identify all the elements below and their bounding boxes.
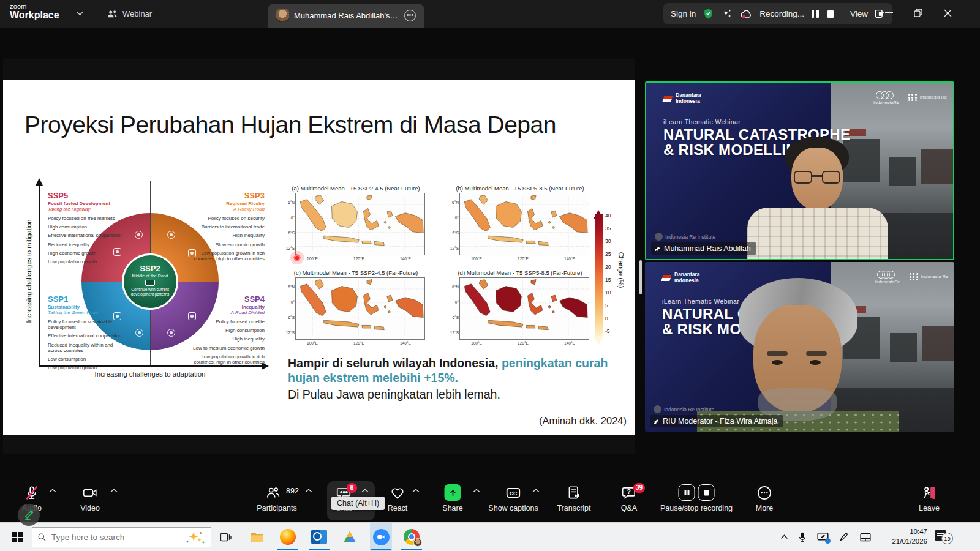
- more-label: More: [745, 504, 784, 512]
- task-view-button[interactable]: [216, 523, 235, 551]
- danantara-flag-icon: [662, 96, 673, 102]
- participants-button[interactable]: Participants: [249, 479, 305, 522]
- transcript-button[interactable]: Transcript: [546, 479, 601, 522]
- captions-label: Show captions: [480, 504, 547, 512]
- react-chevron-icon[interactable]: [412, 489, 420, 493]
- ssp5-item: Effective international cooperation: [48, 233, 129, 238]
- leave-door-icon: [921, 485, 937, 501]
- tab-more-icon[interactable]: •••: [404, 10, 416, 21]
- dots-grid-icon: [908, 94, 918, 101]
- video-watermark: Indonesia Re Institute: [655, 233, 715, 241]
- pin-icon: [654, 246, 661, 252]
- video-panel-speaker[interactable]: DanantaraIndonesia IndonesiaRe Indonesia…: [645, 81, 954, 260]
- zoom-workplace-logo[interactable]: zoom Workplace: [10, 3, 59, 21]
- copilot-sparkle-icon[interactable]: [185, 530, 206, 545]
- map-plot-a: 6°N 0° 6°S 12°S 100°E 120°E 140°E: [295, 193, 425, 255]
- security-shield-icon[interactable]: [703, 8, 714, 20]
- tab-screen-share[interactable]: Muhammad Rais Abdillah's screen •••: [268, 4, 424, 28]
- tray-touchpad-icon[interactable]: [856, 523, 875, 551]
- svg-text:CC: CC: [510, 490, 518, 497]
- map-plot-d: 6°N 0° 6°S 12°S 100°E 120°E 140°E: [459, 277, 589, 340]
- taskbar-search[interactable]: [32, 527, 211, 547]
- minimize-button[interactable]: [875, 0, 903, 26]
- tray-mic-icon[interactable]: [794, 523, 811, 551]
- name-tag: RIU Moderator - Fiza Wira Atmaja: [650, 415, 783, 427]
- colorbar-tick: 0: [605, 315, 620, 321]
- tray-chevron-icon[interactable]: [775, 523, 793, 551]
- ssp3-subtitle: Regional Rivalry: [184, 201, 265, 206]
- sign-in-button[interactable]: Sign in: [671, 9, 696, 18]
- windows-logo-icon: [12, 532, 23, 542]
- start-button[interactable]: [5, 523, 29, 551]
- ssp1-item: Policy focused on sustainable developmen…: [48, 319, 129, 330]
- map-panel-a: (a) Multimodel Mean - T5 SSP2-4.5 (Near-…: [285, 185, 426, 255]
- tray-pen-icon[interactable]: [835, 523, 853, 551]
- video-strip-scrollbar[interactable]: [639, 260, 642, 294]
- taskbar-clock[interactable]: 10:47 21/01/2026: [881, 523, 927, 551]
- webinar-eyebrow: iLearn Thematic Webinar: [663, 118, 741, 126]
- search-icon: [37, 533, 47, 542]
- audio-chevron-icon[interactable]: [49, 489, 56, 493]
- share-button[interactable]: Share: [433, 479, 472, 522]
- close-button[interactable]: [933, 0, 962, 26]
- lat-tick: 6°S: [450, 315, 459, 320]
- danantara-flag-icon: [661, 275, 671, 281]
- map-title-d: (d) Multimodel Mean - T5 SSP5-8.5 (Far-F…: [450, 269, 590, 276]
- lat-tick: 6°N: [450, 285, 459, 289]
- workspace-dropdown-chevron-icon[interactable]: [76, 11, 84, 16]
- video-chevron-icon[interactable]: [110, 489, 118, 493]
- outlook-icon[interactable]: [309, 523, 329, 551]
- quadrant-icon: [135, 231, 143, 239]
- titlebar: zoom Workplace Webinar Muhammad Rais Abd…: [0, 0, 980, 28]
- file-explorer-icon[interactable]: [247, 523, 267, 551]
- view-button[interactable]: View: [850, 9, 868, 18]
- chrome-icon[interactable]: [402, 523, 421, 551]
- pause-recording-toolbar-button[interactable]: [679, 484, 695, 501]
- watermark-text: Indonesia Re Institute: [664, 407, 714, 413]
- ssp5-item: High economic growth: [48, 250, 129, 256]
- danantara-logo: DanantaraIndonesia: [662, 272, 700, 284]
- lat-tick: 0°: [285, 216, 295, 220]
- captions-button[interactable]: CC Show captions: [480, 479, 547, 522]
- chat-chevron-icon[interactable]: [361, 489, 369, 493]
- laser-pointer-dot: [289, 250, 305, 266]
- stop-recording-button[interactable]: [826, 10, 835, 18]
- tab-avatar: [276, 9, 289, 22]
- tab-webinar[interactable]: Webinar: [98, 0, 160, 28]
- colorbar-tick: 30: [605, 238, 620, 244]
- tab-webinar-label: Webinar: [123, 9, 152, 18]
- ssp5-item: Low population growth: [48, 259, 129, 264]
- video-button[interactable]: Video: [70, 479, 110, 522]
- ssp4-tagline: A Road Divided: [184, 310, 265, 315]
- watermark-avatar: [655, 233, 663, 241]
- annotation-button[interactable]: [18, 504, 40, 526]
- pause-recording-button[interactable]: [811, 9, 820, 18]
- participants-icon: [265, 485, 281, 501]
- clock-date: 21/01/2026: [892, 537, 927, 547]
- stop-recording-toolbar-button[interactable]: [698, 484, 715, 501]
- lat-tick: 12°S: [450, 331, 459, 335]
- ssp1-item: Reduced inequality within and across cou…: [48, 342, 129, 353]
- participants-chevron-icon[interactable]: [305, 489, 312, 493]
- captions-chevron-icon[interactable]: [532, 489, 540, 493]
- zoom-app-icon[interactable]: [370, 523, 392, 551]
- maximize-button[interactable]: [904, 0, 932, 26]
- leave-button[interactable]: Leave: [910, 479, 949, 522]
- watermark-text: Indonesia Re Institute: [665, 234, 715, 240]
- more-button[interactable]: More: [745, 479, 784, 522]
- participant-person: [747, 137, 888, 260]
- recording-controls: Pause/stop recording: [647, 479, 745, 522]
- ssp5-block: SSP5 Fossil-fueled Development Taking th…: [48, 191, 129, 268]
- mic-muted-icon: [24, 485, 40, 501]
- google-drive-icon[interactable]: [340, 523, 360, 551]
- firefox-icon[interactable]: [278, 523, 298, 551]
- danantara-logo: DanantaraIndonesia: [663, 92, 701, 105]
- tray-display-icon[interactable]: [813, 523, 832, 551]
- colorbar-arrow-bottom: [594, 336, 603, 350]
- video-panel-moderator[interactable]: DanantaraIndonesia IndonesiaRe Indonesia…: [645, 262, 954, 432]
- ai-companion-icon[interactable]: [721, 8, 733, 20]
- zoom-workplace-window: zoom Workplace Webinar Muhammad Rais Abd…: [0, 0, 980, 551]
- indonesiare-institute-logo: Indonesia Re: [908, 94, 947, 101]
- notification-center-button[interactable]: 19: [932, 523, 957, 551]
- search-input[interactable]: [51, 533, 180, 542]
